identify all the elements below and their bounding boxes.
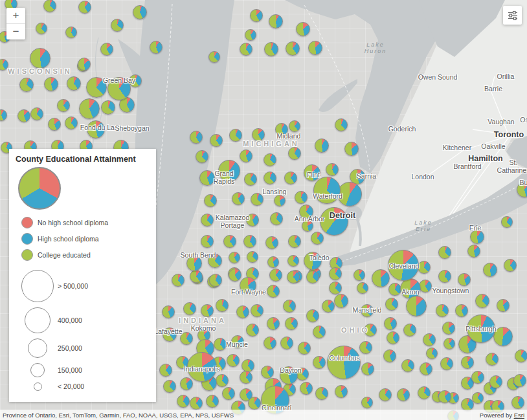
city-label: Barrie <box>484 85 502 93</box>
powered-by-text: Powered by <box>480 412 512 419</box>
city-label: Indianapolis <box>184 365 220 373</box>
legend-overview-pie <box>18 167 61 210</box>
powered-by: Powered by Esri <box>480 412 527 419</box>
city-label: Mansfield <box>353 306 382 314</box>
city-label: Sarnia <box>357 172 376 180</box>
city-label: Waterford <box>313 192 342 200</box>
size-label: 150,000 <box>58 366 82 374</box>
legend-title: County Educational Attainment <box>16 155 136 164</box>
water-label: LakeErie <box>414 219 432 233</box>
size-circle <box>34 382 42 391</box>
region-label: MICHIGAN <box>243 140 300 148</box>
major-city-label: Toronto <box>494 130 524 139</box>
city-label: Brantford <box>453 162 481 170</box>
city-label: Green Bay <box>103 76 135 84</box>
hs_diploma-swatch <box>21 233 33 245</box>
size-circle <box>21 270 54 302</box>
city-label: Columbus <box>329 354 359 362</box>
city-label: Youngstown <box>432 287 469 294</box>
city-label: Kitchener <box>443 144 471 151</box>
size-circle <box>28 338 47 358</box>
city-label: KalamazooPortage <box>216 214 250 229</box>
size-label: < 20,000 <box>58 382 84 390</box>
city-label: London <box>411 173 434 181</box>
city-label: Sheboygan <box>115 124 149 132</box>
region-label: WISCONSIN <box>8 67 73 76</box>
water-label: LakeHuron <box>364 41 387 55</box>
size-label: 400,000 <box>58 316 82 324</box>
city-label: Erie <box>469 224 482 232</box>
settings-button[interactable] <box>503 6 522 25</box>
map-application: WISCONSINMICHIGANINDIANAOHIOLakeHuronLak… <box>0 0 527 420</box>
legend-item-label: College educated <box>38 251 91 259</box>
legend-item-label: No high school diploma <box>38 219 108 227</box>
attribution-sources: Province of Ontario, Esri, TomTom, Garmi… <box>0 412 234 419</box>
size-label: 250,000 <box>58 344 82 352</box>
size-label: > 500,000 <box>58 282 88 290</box>
region-label: OHIO <box>341 326 370 335</box>
city-label: South Bend <box>181 251 216 259</box>
legend-item-label: High school diploma <box>38 235 99 243</box>
city-label: Cleveland <box>389 262 420 270</box>
city-label: Owen Sound <box>418 73 458 81</box>
city-label: GrandRapids <box>214 170 235 185</box>
college-swatch <box>21 249 33 261</box>
region-label: INDIANA <box>179 316 227 325</box>
city-label: Bu <box>520 179 527 186</box>
attribution-bar: Province of Ontario, Esri, TomTom, Garmi… <box>0 410 527 420</box>
city-label: Midland <box>277 132 301 140</box>
city-label: Kokomo <box>191 324 216 332</box>
major-city-label: Hamilton <box>468 154 502 163</box>
zoom-out-button[interactable]: − <box>6 24 25 39</box>
city-label: Flint <box>307 171 320 179</box>
city-label: Oakville <box>481 142 505 150</box>
city-label: Ann Arbor <box>295 215 325 223</box>
city-label: Toledo <box>309 254 330 261</box>
zoom-in-button[interactable]: + <box>6 8 25 23</box>
city-label: Dayton <box>280 366 301 374</box>
size-circle <box>30 363 45 377</box>
city-label: Vaughan <box>488 118 514 126</box>
city-label: Muncie <box>226 340 248 348</box>
sliders-icon <box>507 10 519 21</box>
city-label: Pittsburgh <box>465 325 496 333</box>
city-label: Orillia <box>497 72 515 80</box>
city-label: Fond du Lac <box>80 124 118 131</box>
city-label: Goderich <box>388 125 416 133</box>
city-label: Fort Wayne <box>231 288 266 296</box>
no_hs_diploma-swatch <box>21 217 33 228</box>
city-label: Lansing <box>263 188 287 195</box>
city-label: Akron <box>401 288 419 296</box>
zoom-widget: + − <box>6 8 25 39</box>
size-circle <box>25 307 50 333</box>
esri-link[interactable]: Esri <box>514 412 524 419</box>
city-label: Lafayette <box>154 327 182 335</box>
city-label: Os <box>520 116 527 124</box>
major-city-label: Detroit <box>330 211 355 220</box>
legend-panel: County Educational Attainment No high sc… <box>9 149 156 402</box>
